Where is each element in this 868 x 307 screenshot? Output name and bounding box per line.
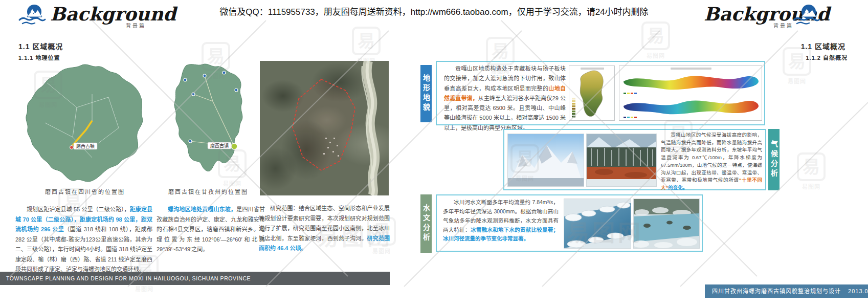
footer-left-text: TOWNSCAPE PLANNING AND DESIGN FOR MOXI I… (6, 275, 251, 281)
footer-right-bar: 四川甘孜州海螺沟磨西古镇风貌整治规划与设计 2013.04 (705, 284, 868, 298)
subsection-heading: 1.1.2 自然概况 (806, 53, 848, 61)
photo-icy-river (564, 199, 631, 249)
watermark-glyph: 易 (797, 152, 826, 181)
moxi-location-marker (231, 143, 237, 149)
mountain-logo-icon (792, 3, 821, 27)
watermark-glyph: 易 (352, 27, 381, 55)
footer-date: 2013.04 (848, 288, 868, 294)
page-subtitle-left: 背景篇 (126, 21, 146, 29)
map-marker-label: 磨西古镇 (210, 143, 229, 148)
hydrology-section-box: 冰川河水文断面多年平均流量约 7.84m³/s，多年平均年径流深达 3000mm… (436, 194, 703, 252)
section-heading: 1.1 区域概况 (801, 41, 845, 51)
photo-snow-forest-meadow (586, 134, 657, 187)
climate-section-box: 贡嘎山地区的气候深受海拔高度的影响，气温随海拔升高而降低，而降水量随海拔升高而增… (503, 129, 766, 190)
hydrology-text: 冰川河水文断面多年平均流量约 7.84m³/s，多年平均年径流深达 3000mm… (443, 198, 559, 244)
planning-boundary (293, 79, 355, 170)
paragraph-location: 规划区距泸定县城 55 公里（二级公路），距康定县城 70 公里（二级公路），距… (15, 205, 152, 275)
paragraph-region: 螺沟地区地处贡嘎山东坡，是四川省甘孜藏族自治州的泸定、康定、九龙和雅安市的石棉4… (157, 205, 265, 255)
photo-snow-mountain (507, 134, 584, 187)
map-marker-label: 磨西古镇 (76, 143, 95, 149)
tab-hydrology: 水文分析 (420, 194, 432, 253)
map-caption: 磨西古镇在甘孜州的位置图 (160, 187, 257, 195)
map-caption: 磨西古镇在四川省的位置图 (15, 187, 154, 195)
presentation-spread: Background 背景篇 微信及QQ：1115955733，朋友圈每周送新资… (0, 0, 868, 307)
ganzi-prefecture-map: 磨西古镇 (160, 60, 257, 185)
moxi-location-marker (70, 146, 74, 149)
climate-raster-map (619, 65, 762, 121)
climate-text: 贡嘎山地区的气候深受海拔高度的影响，气温随海拔升高而降低，而降水量随海拔升高而增… (661, 131, 762, 192)
page-subtitle-right: 背景篇 (773, 21, 793, 29)
watermark-glyph: 易 (641, 21, 670, 50)
sichuan-province-map: 磨西古镇 (15, 60, 154, 185)
photo-winter-river (633, 199, 700, 249)
paragraph-research-scope: 研究范围：结合区域生态、空间形态和产业发展等规划设计要素研究需要，本次规划研究对… (259, 204, 390, 254)
elevation-map (569, 65, 615, 121)
tab-climate: 气候分析 (768, 129, 780, 190)
terrain-text: 贡嘎山区地质构造处于青藏板块与扬子板块的交接带，加之大渡河急流的下切作用，致山体… (444, 64, 566, 133)
tab-terrain: 地形地貌 (420, 65, 432, 122)
elevation-legend (572, 98, 575, 118)
watermark-glyph: 易 (783, 47, 811, 76)
footer-left-bar: TOWNSCAPE PLANNING AND DESIGN FOR MOXI I… (0, 272, 390, 285)
section-heading: 1.1 区域概况 (18, 41, 63, 51)
terrain-section-box: 贡嘎山区地质构造处于青藏板块与扬子板块的交接带，加之大渡河急流的下切作用，致山体… (436, 61, 765, 125)
footer-right-title: 四川甘孜州海螺沟磨西古镇风貌整治规划与设计 (712, 288, 841, 294)
satellite-plan-map (260, 61, 389, 195)
